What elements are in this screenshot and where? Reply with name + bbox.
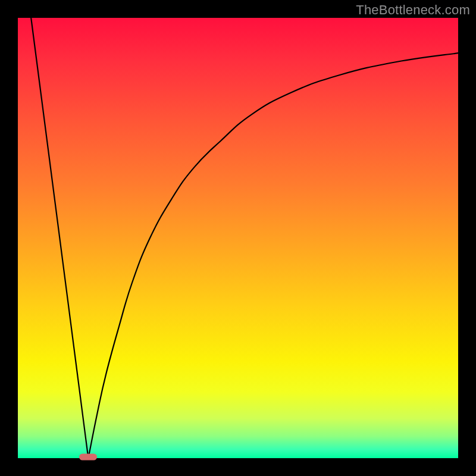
chart-frame: TheBottleneck.com — [0, 0, 476, 476]
bottleneck-marker — [79, 454, 97, 461]
chart-curves — [18, 18, 458, 458]
curve-path — [31, 18, 458, 458]
plot-area — [18, 18, 458, 458]
watermark-text: TheBottleneck.com — [356, 2, 470, 18]
